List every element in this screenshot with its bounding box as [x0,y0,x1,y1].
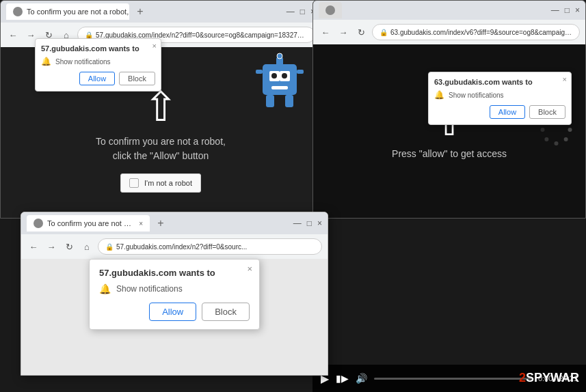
close-btn-front[interactable]: × [317,219,322,228]
block-button-left-small[interactable]: Block [119,72,155,85]
notif-title-left-small: 57.gubudakis.com wants to [41,44,155,53]
window-controls-left: — □ × [287,7,315,16]
tab-left[interactable]: To confirm you are not a robot, ... × [6,3,129,20]
window-controls-right: — □ × [551,5,580,15]
svg-rect-11 [285,95,293,107]
right-browser-window: — □ × ← → ↻ 🔒 63.gubudakis.com/index/v6?… [312,0,586,219]
back-btn-right[interactable]: ← [319,25,332,39]
notif-row-right: 🔔 Show notifications [434,90,565,100]
tab-front[interactable]: To confirm you are not a robot, c... × [27,215,150,232]
tab-bar-right: — □ × [313,1,585,20]
maximize-btn-left[interactable]: □ [300,7,305,16]
captcha-box-left[interactable]: I'm not a robot [120,173,201,193]
skip-button[interactable]: ▮▶ [336,373,349,384]
notif-btns-right: Allow Block [434,105,565,119]
maximize-btn-right[interactable]: □ [565,5,570,15]
tab-label-front: To confirm you are not a robot, c... [47,219,132,227]
notif-desc-front: Show notifications [116,284,183,294]
notif-close-front[interactable]: × [247,264,252,274]
back-btn-left[interactable]: ← [6,28,20,42]
notif-desc-right: Show notifications [449,92,504,99]
home-btn-front[interactable]: ⌂ [80,240,94,253]
address-input-right[interactable]: 🔒 63.gubudakis.com/index/v6?diff=9&sourc… [372,24,580,40]
address-bar-right: ← → ↻ 🔒 63.gubudakis.com/index/v6?diff=9… [313,20,585,44]
close-btn-right[interactable]: × [575,5,580,15]
svg-point-3 [271,73,277,79]
address-bar-front: ← → ↻ ⌂ 🔒 57.gubudakis.com/index/n2?diff… [21,234,328,259]
left-browser-window: To confirm you are not a robot, ... × + … [0,0,321,219]
allow-button-front[interactable]: Allow [149,303,196,321]
progress-bar[interactable] [374,378,531,380]
svg-rect-10 [266,95,274,107]
window-controls-front: — □ × [293,219,322,228]
front-browser-window: To confirm you are not a robot, c... × +… [21,212,328,376]
right-browser-content: ⇧ Press "allow" to get access × [313,44,585,218]
reload-btn-right[interactable]: ↻ [354,25,368,39]
notif-row-left-small: 🔔 Show notifications [41,57,155,66]
press-allow-text: Press "allow" to get access [392,148,507,159]
bell-icon-right: 🔔 [434,90,444,100]
allow-button-left-small[interactable]: Allow [79,72,115,85]
watermark-part2: SPYWAR [526,371,579,384]
notif-desc-left-small: Show notifications [55,58,111,66]
svg-point-18 [541,128,545,132]
arrow-up-left: ⇧ [144,87,178,128]
notif-btns-left-small: Allow Block [41,72,155,85]
lock-icon-right: 🔒 [379,29,388,36]
notif-row-front: 🔔 Show notifications [99,283,250,294]
tab-bar-front: To confirm you are not a robot, c... × +… [21,212,328,234]
notif-popup-left-small: × 57.gubudakis.com wants to 🔔 Show notif… [35,38,161,92]
watermark: 2SPYWAR [519,371,579,385]
tab-favicon-front [34,219,43,228]
reload-btn-front[interactable]: ↻ [62,240,76,253]
notif-popup-front-window: × 57.gubudakis.com wants to 🔔 Show notif… [89,259,260,330]
tab-close-front[interactable]: × [139,220,143,227]
notif-title-front: 57.gubudakis.com wants to [99,268,250,278]
new-tab-front[interactable]: + [152,215,169,232]
captcha-checkbox[interactable] [129,178,139,188]
bell-icon-left-small: 🔔 [41,57,51,66]
minimize-btn-left[interactable]: — [287,7,295,16]
svg-rect-8 [256,70,263,74]
svg-point-17 [544,137,548,141]
svg-point-14 [568,128,572,132]
tab-label-left: To confirm you are not a robot, ... [27,8,129,16]
minimize-btn-right[interactable]: — [551,5,559,15]
front-browser-content: × 57.gubudakis.com wants to 🔔 Show notif… [21,259,328,375]
svg-point-7 [277,53,282,59]
tab-favicon-right [325,5,335,15]
back-btn-front[interactable]: ← [27,240,40,253]
notif-close-right[interactable]: × [563,75,567,83]
minimize-btn-front[interactable]: — [293,219,302,228]
block-button-right[interactable]: Block [529,105,565,119]
svg-point-15 [564,137,568,141]
maximize-btn-front[interactable]: □ [307,219,312,228]
watermark-part1: 2 [519,371,526,384]
url-text-right: 63.gubudakis.com/index/v6?diff=9&source=… [390,29,572,36]
tab-right[interactable] [319,2,342,18]
svg-rect-9 [297,70,304,74]
new-tab-left[interactable]: + [132,3,148,20]
svg-point-16 [555,141,559,145]
block-button-front[interactable]: Block [202,303,250,321]
allow-button-right[interactable]: Allow [490,105,525,119]
svg-point-4 [282,73,287,79]
notif-popup-right-window: × 63.gubudakis.com wants to 🔔 Show notif… [428,72,572,125]
forward-btn-right[interactable]: → [336,25,350,39]
tab-bar-left: To confirm you are not a robot, ... × + … [1,1,321,23]
tab-favicon-left [13,7,23,16]
captcha-label: I'm not a robot [144,179,192,187]
svg-rect-5 [271,86,288,89]
lock-icon-left: 🔒 [85,31,93,39]
notif-title-right: 63.gubudakis.com wants to [434,78,565,86]
url-text-front: 57.gubudakis.com/index/n2?diff=0&sourc..… [116,243,247,251]
forward-btn-front[interactable]: → [44,240,58,253]
lock-icon-front: 🔒 [105,243,114,251]
address-input-front[interactable]: 🔒 57.gubudakis.com/index/n2?diff=0&sourc… [98,238,322,255]
volume-button[interactable]: 🔊 [356,373,367,384]
notif-btns-front: Allow Block [99,303,250,321]
bell-icon-front: 🔔 [99,283,111,294]
confirm-text-left: To confirm you are not a robot, click th… [96,135,226,163]
url-text-left: 57.gubudakis.com/index/n2?diff=0&source=… [96,31,308,39]
notif-close-left-small[interactable]: × [152,42,157,50]
